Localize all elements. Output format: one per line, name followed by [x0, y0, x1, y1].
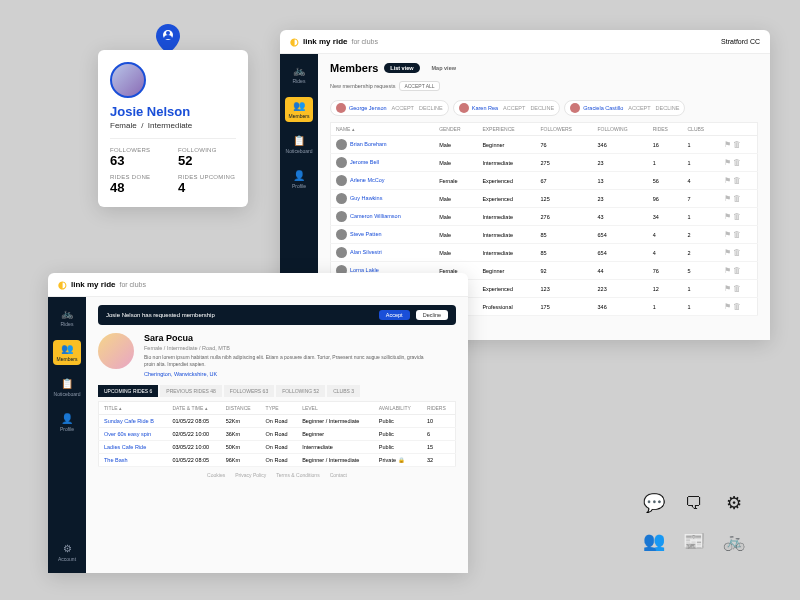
- flag-icon[interactable]: ⚑: [724, 230, 731, 239]
- delete-icon[interactable]: 🗑: [733, 212, 741, 221]
- profile-card: Josie Nelson Female / Intermediate FOLLO…: [98, 50, 248, 207]
- avatar: [336, 175, 347, 186]
- decline-link[interactable]: DECLINE: [530, 105, 554, 111]
- table-row[interactable]: Jerome BellMaleIntermediate2752311⚑ 🗑: [331, 154, 758, 172]
- request-chip: Graciela CastilloACCEPTDECLINE: [564, 100, 685, 116]
- rides-table: TITLE ▴DATE & TIME ▴DISTANCETYPELEVELAVA…: [98, 401, 456, 467]
- bike-icon: 🚲: [720, 527, 748, 555]
- table-row[interactable]: Over 60s easy spin02/05/22 10:0036KmOn R…: [99, 428, 456, 441]
- request-banner: Josie Nelson has requested membership Ac…: [98, 305, 456, 325]
- news-icon: 📰: [680, 527, 708, 555]
- decline-link[interactable]: DECLINE: [656, 105, 680, 111]
- message-icon: 🗨: [680, 489, 708, 517]
- delete-icon[interactable]: 🗑: [733, 302, 741, 311]
- table-row[interactable]: Guy HawkinsMaleExperienced12523967⚑ 🗑: [331, 190, 758, 208]
- flag-icon[interactable]: ⚑: [724, 302, 731, 311]
- accept-button[interactable]: Accept: [379, 310, 410, 320]
- footer-link[interactable]: Privacy Policy: [235, 472, 266, 478]
- location-link[interactable]: Cherington, Warwickshire, UK: [144, 371, 424, 377]
- nav-members[interactable]: 👥Members: [285, 97, 313, 122]
- request-chip: George JensonACCEPTDECLINE: [330, 100, 449, 116]
- profile-name: Josie Nelson: [110, 104, 236, 119]
- flag-icon[interactable]: ⚑: [724, 248, 731, 257]
- table-row[interactable]: Steve PattenMaleIntermediate8565442⚑ 🗑: [331, 226, 758, 244]
- user-icon: 👤: [293, 170, 305, 181]
- delete-icon[interactable]: 🗑: [733, 158, 741, 167]
- table-row[interactable]: Ladies Cafe Ride03/05/22 10:0050KmOn Roa…: [99, 441, 456, 454]
- nav-members[interactable]: 👥Members: [53, 340, 81, 365]
- table-row[interactable]: The Bash01/05/22 08:0596KmOn RoadBeginne…: [99, 454, 456, 467]
- flag-icon[interactable]: ⚑: [724, 266, 731, 275]
- avatar: [98, 333, 134, 369]
- footer-link[interactable]: Contact: [330, 472, 347, 478]
- tab[interactable]: UPCOMING RIDES 6: [98, 385, 158, 397]
- flag-icon[interactable]: ⚑: [724, 158, 731, 167]
- tab[interactable]: FOLLOWERS 63: [224, 385, 274, 397]
- delete-icon[interactable]: 🗑: [733, 140, 741, 149]
- avatar: [336, 211, 347, 222]
- nav-noticeboard[interactable]: 📋Noticeboard: [285, 132, 313, 157]
- nav-rides[interactable]: 🚲Rides: [285, 62, 313, 87]
- accept-link[interactable]: ACCEPT: [503, 105, 525, 111]
- request-name[interactable]: George Jenson: [349, 105, 387, 111]
- avatar: [110, 62, 146, 98]
- accept-all-button[interactable]: ACCEPT ALL: [399, 81, 439, 91]
- table-row[interactable]: Cameron WilliamsonMaleIntermediate276433…: [331, 208, 758, 226]
- avatar: [336, 139, 347, 150]
- delete-icon[interactable]: 🗑: [733, 266, 741, 275]
- people-icon: 👥: [293, 100, 305, 111]
- logo-icon: ◐: [58, 279, 67, 290]
- svg-point-1: [166, 31, 170, 35]
- topbar: ◐link my ride for clubs Stratford CC: [280, 30, 770, 54]
- flag-icon[interactable]: ⚑: [724, 284, 731, 293]
- nav-rides[interactable]: 🚲Rides: [53, 305, 81, 330]
- table-row[interactable]: Sunday Cafe Ride B01/05/22 08:0552KmOn R…: [99, 415, 456, 428]
- flag-icon[interactable]: ⚑: [724, 176, 731, 185]
- tab[interactable]: CLUBS 3: [327, 385, 360, 397]
- avatar: [336, 247, 347, 258]
- gear-icon: ⚙: [720, 489, 748, 517]
- accept-link[interactable]: ACCEPT: [392, 105, 414, 111]
- request-chip: Karen ReaACCEPTDECLINE: [453, 100, 560, 116]
- footer-link[interactable]: Cookies: [207, 472, 225, 478]
- flag-icon[interactable]: ⚑: [724, 194, 731, 203]
- nav-profile[interactable]: 👤Profile: [53, 410, 81, 435]
- avatar: [459, 103, 469, 113]
- view-map[interactable]: Map view: [426, 63, 462, 73]
- decline-button[interactable]: Decline: [416, 310, 448, 320]
- delete-icon[interactable]: 🗑: [733, 230, 741, 239]
- delete-icon[interactable]: 🗑: [733, 248, 741, 257]
- nav-account[interactable]: ⚙Account: [53, 540, 81, 565]
- table-row[interactable]: Brian BorehamMaleBeginner76346161⚑ 🗑: [331, 136, 758, 154]
- nav-profile[interactable]: 👤Profile: [285, 167, 313, 192]
- board-icon: 📋: [293, 135, 305, 146]
- bike-icon: 🚲: [293, 65, 305, 76]
- flag-icon[interactable]: ⚑: [724, 140, 731, 149]
- chat-icon: 💬: [640, 489, 668, 517]
- delete-icon[interactable]: 🗑: [733, 194, 741, 203]
- profile-sub: Female / Intermediate: [110, 121, 236, 130]
- decline-link[interactable]: DECLINE: [419, 105, 443, 111]
- flag-icon[interactable]: ⚑: [724, 212, 731, 221]
- logo-icon: ◐: [290, 36, 299, 47]
- avatar: [570, 103, 580, 113]
- member-name: Sara Pocua: [144, 333, 424, 343]
- avatar: [336, 229, 347, 240]
- request-name[interactable]: Graciela Castillo: [583, 105, 623, 111]
- delete-icon[interactable]: 🗑: [733, 176, 741, 185]
- request-name[interactable]: Karen Rea: [472, 105, 498, 111]
- tab[interactable]: PREVIOUS RIDES 48: [160, 385, 221, 397]
- club-name: Stratford CC: [721, 38, 760, 45]
- profile-window: ◐link my ride for clubs 🚲Rides 👥Members …: [48, 273, 468, 573]
- table-row[interactable]: Alan SilvestriMaleIntermediate8565442⚑ 🗑: [331, 244, 758, 262]
- avatar: [336, 103, 346, 113]
- avatar: [336, 193, 347, 204]
- accept-link[interactable]: ACCEPT: [628, 105, 650, 111]
- view-list[interactable]: List view: [384, 63, 419, 73]
- table-row[interactable]: Arlene McCoyFemaleExperienced6713564⚑ 🗑: [331, 172, 758, 190]
- delete-icon[interactable]: 🗑: [733, 284, 741, 293]
- footer-link[interactable]: Terms & Conditions: [276, 472, 319, 478]
- nav-noticeboard[interactable]: 📋Noticeboard: [53, 375, 81, 400]
- people-icon: 👥: [640, 527, 668, 555]
- tab[interactable]: FOLLOWING 52: [276, 385, 325, 397]
